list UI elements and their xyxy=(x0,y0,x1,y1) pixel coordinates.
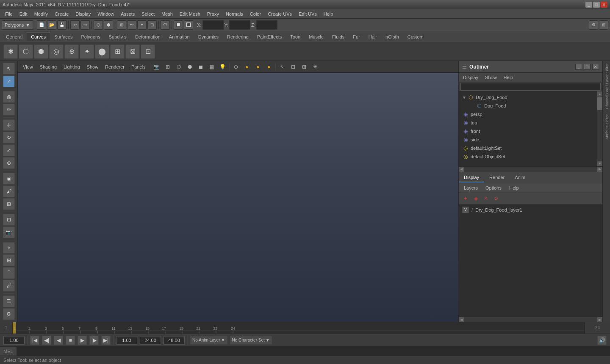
menu-item-modify[interactable]: Modify xyxy=(31,11,51,17)
lattice-btn[interactable]: ⊞ xyxy=(3,254,15,266)
tree-item-side[interactable]: ◉ side xyxy=(459,135,597,144)
bend-btn[interactable]: ⌒ xyxy=(3,267,15,279)
select-tool-btn[interactable]: ↖ xyxy=(3,63,15,74)
menu-item-normals[interactable]: Normals xyxy=(222,11,247,17)
tree-item-default-light-set[interactable]: ◎ defaultLightSet xyxy=(459,144,597,152)
menu-item-proxy[interactable]: Proxy xyxy=(204,11,222,17)
shading-menu[interactable]: Shading xyxy=(37,63,59,70)
shelf-tab-surfaces[interactable]: Surfaces xyxy=(50,33,77,41)
outliner-scroll-thumb[interactable] xyxy=(597,97,602,110)
shelf-tab-dynamics[interactable]: Dynamics xyxy=(194,33,223,41)
menu-item-mesh[interactable]: Mesh xyxy=(158,11,176,17)
layer-hscroll-track[interactable] xyxy=(464,317,597,322)
snap-view-btn[interactable]: ⊡ xyxy=(147,20,157,30)
outliner-show-menu[interactable]: Show xyxy=(482,74,499,81)
vp-icon-quality-3[interactable]: ● xyxy=(264,62,274,72)
timeline[interactable]: 1 1 2 3 5 7 9 11 1 xyxy=(0,322,610,334)
outliner-search-input[interactable] xyxy=(460,83,601,91)
menu-item-edit-uvs[interactable]: Edit UVs xyxy=(295,11,320,17)
vp-icon-smooth[interactable]: ⬢ xyxy=(185,62,194,72)
shelf-tab-animation[interactable]: Animation xyxy=(165,33,194,41)
current-frame-input[interactable] xyxy=(3,336,25,345)
outliner-hscroll-right[interactable]: ▶ xyxy=(597,167,602,172)
menu-item-create[interactable]: Create xyxy=(51,11,72,17)
shelf-tab-custom[interactable]: Custom xyxy=(403,33,428,41)
tree-item-persp[interactable]: ◉ persp xyxy=(459,110,597,119)
range-end-input[interactable] xyxy=(140,336,161,345)
view-menu[interactable]: View xyxy=(20,63,36,70)
universal-manip-btn[interactable]: ⊕ xyxy=(3,157,15,169)
panels-menu[interactable]: Panels xyxy=(129,63,148,70)
viewport[interactable]: View Shading Lighting Show Renderer Pane… xyxy=(18,61,458,322)
play-forward-btn[interactable]: ▶ xyxy=(78,336,87,345)
menu-item-window[interactable]: Window xyxy=(94,11,117,17)
options-opt[interactable]: Options xyxy=(483,185,504,191)
shelf-tab-ncloth[interactable]: nCloth xyxy=(381,33,403,41)
vp-icon-quality-2[interactable]: ● xyxy=(253,62,263,72)
vp-icon-grid[interactable]: ⊞ xyxy=(163,62,172,72)
shelf-icon-2[interactable]: ⬡ xyxy=(19,44,33,59)
menu-item-edit[interactable]: Edit xyxy=(16,11,31,17)
play-back-btn[interactable]: ◀ xyxy=(54,336,63,345)
audio-btn[interactable]: 🔊 xyxy=(597,336,607,345)
timeline-ruler[interactable]: 1 2 3 5 7 9 11 13 15 17 19 xyxy=(13,322,585,334)
menu-item-file[interactable]: File xyxy=(2,11,16,17)
snap-grid-btn[interactable]: ⊞ xyxy=(117,20,126,30)
tree-item-default-object-set[interactable]: ◎ defaultObjectSet xyxy=(459,152,597,161)
sculpt-btn[interactable]: 🖌 xyxy=(3,185,15,197)
renderer-menu[interactable]: Renderer xyxy=(103,63,127,70)
vp-icon-wireframe[interactable]: ⬡ xyxy=(174,62,183,72)
tree-item-top[interactable]: ◉ top xyxy=(459,119,597,127)
snap-curve-btn[interactable]: 〜 xyxy=(127,20,136,30)
ipr-btn[interactable]: 🔳 xyxy=(184,20,193,30)
shelf-icon-5[interactable]: ⊕ xyxy=(64,44,79,59)
range-start-input[interactable] xyxy=(116,336,137,345)
shelf-icon-3[interactable]: ⬢ xyxy=(34,44,48,59)
shelf-icon-6[interactable]: ✦ xyxy=(80,44,94,59)
save-scene-btn[interactable]: 💾 xyxy=(57,20,67,30)
delete-layer-btn[interactable]: ✕ xyxy=(482,194,490,203)
cluster-btn[interactable]: ✧ xyxy=(3,242,15,254)
outliner-display-menu[interactable]: Display xyxy=(460,74,481,81)
camera-btn[interactable]: 📷 xyxy=(3,226,15,238)
shelf-tab-deformation[interactable]: Deformation xyxy=(131,33,165,41)
vp-icon-lighting[interactable]: 💡 xyxy=(218,62,227,72)
vp-icon-quality-1[interactable]: ● xyxy=(242,62,252,72)
history-btn[interactable]: ⏱ xyxy=(161,20,170,30)
tree-item-dry-dog-food[interactable]: ▼ ⬡ Dry_Dog_Food xyxy=(459,93,597,102)
lighting-menu[interactable]: Lighting xyxy=(61,63,83,70)
maximize-button[interactable]: □ xyxy=(593,2,600,8)
go-to-end-btn[interactable]: ▶| xyxy=(101,336,111,345)
new-layer-btn[interactable]: ✦ xyxy=(461,194,470,203)
menu-item-create-uvs[interactable]: Create UVs xyxy=(264,11,295,17)
move-btn[interactable]: ✛ xyxy=(3,119,15,131)
outliner-close-btn[interactable]: ✕ xyxy=(592,64,599,70)
outliner-scroll-track[interactable] xyxy=(597,97,602,161)
shelf-tab-general[interactable]: General xyxy=(2,33,27,41)
new-layer-from-sel-btn[interactable]: ◈ xyxy=(471,194,480,203)
step-forward-btn[interactable]: |▶ xyxy=(89,336,99,345)
open-scene-btn[interactable]: 📂 xyxy=(47,20,56,30)
outliner-minimize-btn[interactable]: _ xyxy=(575,64,582,70)
menu-item-help[interactable]: Help xyxy=(320,11,337,17)
vp-icon-shaded[interactable]: ◼ xyxy=(196,62,205,72)
scale-btn[interactable]: ⤢ xyxy=(3,144,15,156)
vp-icon-textured[interactable]: ▦ xyxy=(207,62,216,72)
soft-mod-btn[interactable]: ◉ xyxy=(3,173,15,185)
outliner-hscroll-left[interactable]: ◀ xyxy=(459,167,464,172)
menu-item-display[interactable]: Display xyxy=(72,11,94,17)
x-input[interactable] xyxy=(202,20,224,30)
paint-select-btn[interactable]: ✏ xyxy=(3,104,15,116)
anim-tab[interactable]: Anim xyxy=(510,173,530,182)
display-tab[interactable]: Display xyxy=(459,173,484,182)
close-button[interactable]: ✕ xyxy=(601,2,607,8)
go-to-start-btn[interactable]: |◀ xyxy=(30,336,39,345)
step-back-btn[interactable]: ◀| xyxy=(42,336,51,345)
shelf-tab-curves[interactable]: Curves xyxy=(27,33,50,41)
snap-mode-btn[interactable]: ⊡ xyxy=(3,214,15,226)
tree-item-front[interactable]: ◉ front xyxy=(459,127,597,135)
viewport-view[interactable]: X Y xyxy=(18,73,458,322)
character-set-dropdown[interactable]: No Character Set ▼ xyxy=(230,336,272,345)
shelf-icon-10[interactable]: ⊡ xyxy=(141,44,155,59)
layer-settings-btn[interactable]: ⚙ xyxy=(492,194,500,203)
